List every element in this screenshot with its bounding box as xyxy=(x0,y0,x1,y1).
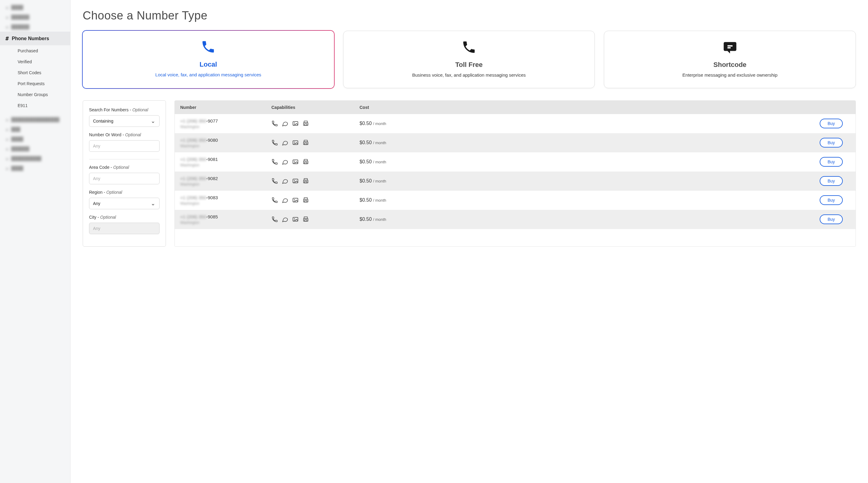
fax-icon xyxy=(302,216,309,223)
sidebar-item-blur: ██████ xyxy=(0,144,70,153)
search-mode-select[interactable]: Containing xyxy=(89,115,160,127)
voice-icon xyxy=(271,139,278,146)
price: $0.50 xyxy=(360,121,372,126)
cell-cost: $0.50 / month xyxy=(360,217,820,222)
sidebar-item-blur: ███ xyxy=(0,124,70,134)
number-type-cards: LocalLocal voice, fax, and application m… xyxy=(83,31,856,88)
sidebar-item-blur: ██████ xyxy=(0,12,70,22)
mms-icon xyxy=(292,216,299,223)
number-suffix: -9082 xyxy=(206,176,218,181)
col-header-cost: Cost xyxy=(360,105,820,110)
cell-cost: $0.50 / month xyxy=(360,159,820,165)
numbers-table: Number Capabilities Cost +1 (206) 350-90… xyxy=(175,101,856,247)
sidebar-item-e911[interactable]: E911 xyxy=(0,100,70,111)
sidebar-section-label: Phone Numbers xyxy=(12,36,49,41)
phone-icon xyxy=(90,39,327,56)
fax-icon xyxy=(302,139,309,146)
optional-hint: Optional xyxy=(113,165,129,170)
cell-number: +1 (206) 350-9080Washington xyxy=(180,138,271,148)
city-label: City - Optional xyxy=(89,215,160,220)
cell-capabilities xyxy=(271,216,360,223)
number-input[interactable] xyxy=(89,140,160,152)
sidebar-item-blur: ████ xyxy=(0,2,70,12)
sidebar-item-purchased[interactable]: Purchased xyxy=(0,45,70,56)
search-label: Search For Numbers - Optional xyxy=(89,107,160,112)
sidebar-item-short-codes[interactable]: Short Codes xyxy=(0,67,70,78)
table-row: +1 (206) 350-9085Washington$0.50 / month… xyxy=(175,210,856,229)
price: $0.50 xyxy=(360,159,372,164)
cell-cost: $0.50 / month xyxy=(360,178,820,184)
voice-icon xyxy=(271,197,278,203)
price-period: / month xyxy=(373,141,386,145)
number-suffix: -9081 xyxy=(206,157,218,162)
phone-icon xyxy=(351,39,587,56)
optional-hint: Optional xyxy=(106,190,122,195)
price: $0.50 xyxy=(360,197,372,203)
city-input xyxy=(89,223,160,234)
area-code-input[interactable] xyxy=(89,173,160,184)
voice-icon xyxy=(271,120,278,127)
voice-icon xyxy=(271,216,278,223)
fax-icon xyxy=(302,178,309,184)
card-shortcode[interactable]: ShortcodeEnterprise messaging and exclus… xyxy=(604,31,856,88)
price: $0.50 xyxy=(360,140,372,145)
sidebar-item-blur: ████ xyxy=(0,134,70,144)
page-title: Choose a Number Type xyxy=(83,9,856,22)
sidebar-item-port-requests[interactable]: Port Requests xyxy=(0,78,70,89)
sidebar-section-phone-numbers[interactable]: # Phone Numbers xyxy=(0,32,70,45)
city-label-text: City - xyxy=(89,215,100,220)
message-icon xyxy=(612,39,848,56)
area-code-label: Area Code - Optional xyxy=(89,165,160,170)
cell-capabilities xyxy=(271,197,360,203)
number-suffix: -9083 xyxy=(206,195,218,200)
table-row: +1 (206) 350-9077Washington$0.50 / month… xyxy=(175,114,856,133)
region-label: Region - Optional xyxy=(89,190,160,195)
fax-icon xyxy=(302,197,309,203)
region-label-text: Region - xyxy=(89,190,106,195)
cell-capabilities xyxy=(271,159,360,165)
card-toll-free[interactable]: Toll FreeBusiness voice, fax, and applic… xyxy=(343,31,595,88)
voice-icon xyxy=(271,178,278,184)
sidebar-item-number-groups[interactable]: Number Groups xyxy=(0,89,70,100)
buy-button[interactable]: Buy xyxy=(820,138,843,147)
optional-hint: Optional xyxy=(125,132,141,137)
sms-icon xyxy=(282,139,288,146)
cell-number: +1 (206) 350-9083Washington xyxy=(180,195,271,206)
fax-icon xyxy=(302,159,309,165)
buy-button[interactable]: Buy xyxy=(820,176,843,186)
region-select[interactable]: Any xyxy=(89,198,160,209)
price-period: / month xyxy=(373,160,386,164)
card-description: Business voice, fax, and application mes… xyxy=(351,72,587,79)
card-description: Enterprise messaging and exclusive owner… xyxy=(612,72,848,79)
number-suffix: -9085 xyxy=(206,214,218,219)
sms-icon xyxy=(282,178,288,184)
col-header-capabilities: Capabilities xyxy=(271,105,360,110)
voice-icon xyxy=(271,159,278,165)
main-content: Choose a Number Type LocalLocal voice, f… xyxy=(70,0,868,483)
cell-capabilities xyxy=(271,139,360,146)
number-suffix: -9080 xyxy=(206,138,218,143)
table-header: Number Capabilities Cost xyxy=(175,101,856,114)
cell-capabilities xyxy=(271,120,360,127)
buy-button[interactable]: Buy xyxy=(820,215,843,224)
cell-number: +1 (206) 350-9082Washington xyxy=(180,176,271,187)
buy-button[interactable]: Buy xyxy=(820,195,843,205)
optional-hint: Optional xyxy=(100,215,116,220)
sidebar-item-verified[interactable]: Verified xyxy=(0,56,70,67)
buy-button[interactable]: Buy xyxy=(820,119,843,129)
mms-icon xyxy=(292,120,299,127)
cell-cost: $0.50 / month xyxy=(360,140,820,145)
sms-icon xyxy=(282,216,288,223)
cell-number: +1 (206) 350-9085Washington xyxy=(180,214,271,225)
card-title: Toll Free xyxy=(351,61,587,69)
sms-icon xyxy=(282,120,288,127)
price-period: / month xyxy=(373,217,386,222)
cell-cost: $0.50 / month xyxy=(360,197,820,203)
sidebar-item-blur: ████ xyxy=(0,163,70,173)
card-local[interactable]: LocalLocal voice, fax, and application m… xyxy=(83,31,334,88)
table-row: +1 (206) 350-9082Washington$0.50 / month… xyxy=(175,172,856,191)
table-row: +1 (206) 350-9083Washington$0.50 / month… xyxy=(175,191,856,210)
area-code-label-text: Area Code - xyxy=(89,165,113,170)
buy-button[interactable]: Buy xyxy=(820,157,843,167)
cell-number: +1 (206) 350-9077Washington xyxy=(180,118,271,129)
